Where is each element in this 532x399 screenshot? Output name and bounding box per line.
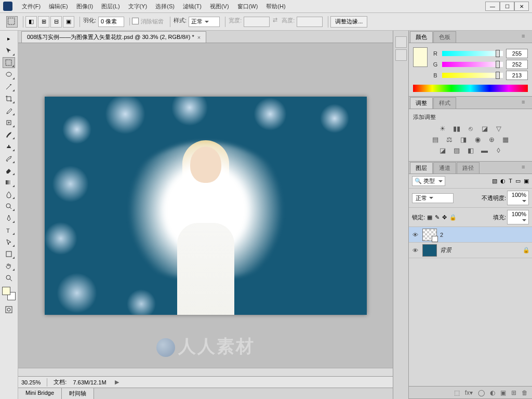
menu-item[interactable]: 图层(L) [97,1,124,12]
color-swatches[interactable] [2,287,16,300]
pen-tool[interactable] [3,212,15,223]
subtract-selection-button[interactable]: ⊟ [50,16,62,28]
status-menu-icon[interactable]: ▶ [115,379,119,385]
bottom-tab[interactable]: 时间轴 [62,388,94,399]
foreground-color-swatch[interactable] [2,287,10,295]
delete-layer-icon[interactable]: 🗑 [522,389,528,396]
zoom-tool[interactable] [3,272,15,283]
selective-color-icon[interactable]: ◊ [494,146,503,154]
menu-item[interactable]: 编辑(E) [45,1,72,12]
tab-paths[interactable]: 路径 [457,162,480,174]
color-slider[interactable] [442,62,503,67]
layer-fx-icon[interactable]: fx▾ [465,389,473,396]
lock-position-icon[interactable]: ✥ [442,214,447,221]
style-select[interactable]: 正常 [189,17,220,27]
eyedropper-tool[interactable] [3,105,15,116]
dodge-tool[interactable] [3,201,15,211]
gradient-tool[interactable] [3,177,15,188]
layer-thumbnail[interactable] [422,229,437,241]
menu-item[interactable]: 选择(S) [151,1,179,12]
lut-icon[interactable]: ▦ [501,135,510,143]
new-layer-icon[interactable]: ⊞ [511,389,516,396]
photo-filter-icon[interactable]: ◉ [473,135,482,143]
shape-tool[interactable] [3,248,15,259]
minimize-button[interactable]: — [485,2,500,11]
tab-styles[interactable]: 样式 [433,97,456,109]
filter-adjust-icon[interactable]: ◐ [500,178,506,184]
brush-tool[interactable] [3,129,15,140]
lock-pixels-icon[interactable]: ✎ [435,214,440,221]
close-tab-icon[interactable]: × [197,34,201,41]
filter-type-icon[interactable]: T [509,178,512,184]
tab-layers[interactable]: 图层 [410,162,433,174]
crop-tool[interactable] [3,93,15,104]
panel-menu-icon[interactable] [522,164,530,170]
hue-icon[interactable]: ▤ [431,135,440,143]
filter-smart-icon[interactable]: ▣ [524,178,529,184]
gradient-map-icon[interactable]: ▬ [480,146,489,154]
layer-mask-icon[interactable]: ◯ [478,389,485,396]
maximize-button[interactable]: ☐ [500,2,514,11]
link-layers-icon[interactable]: ⬚ [454,389,460,396]
healing-brush-tool[interactable] [3,117,15,128]
opacity-input[interactable]: 100% [507,191,529,205]
filter-pixel-icon[interactable]: ▧ [492,178,497,184]
brightness-icon[interactable]: ☀ [438,124,447,132]
menu-item[interactable]: 文字(Y) [124,1,152,12]
intersect-selection-button[interactable]: ▣ [63,16,74,28]
panel-menu-icon[interactable] [522,33,530,39]
tab-color[interactable]: 颜色 [410,31,433,43]
lock-transparency-icon[interactable]: ▦ [427,214,432,221]
magic-wand-tool[interactable] [3,81,15,92]
menu-item[interactable]: 视图(V) [206,1,233,12]
menu-item[interactable]: 图像(I) [72,1,97,12]
visibility-toggle[interactable] [411,246,419,255]
menu-item[interactable]: 窗口(W) [233,1,262,12]
layer-item[interactable]: 背景 🔒 [409,243,532,258]
tab-channels[interactable]: 通道 [433,162,456,174]
layer-filter-select[interactable]: 🔍 类型 [412,176,445,186]
tab-adjustments[interactable]: 调整 [410,97,433,109]
clone-stamp-tool[interactable] [3,141,15,152]
new-group-icon[interactable]: ▣ [500,389,506,396]
panel-menu-icon[interactable] [522,99,530,105]
color-value-input[interactable]: 255 [506,49,528,58]
canvas[interactable] [45,97,367,315]
blend-mode-select[interactable]: 正常 [412,193,454,203]
zoom-level[interactable]: 30.25% [21,379,41,385]
path-selection-tool[interactable] [3,236,15,247]
move-tool[interactable] [3,45,15,56]
document-tab[interactable]: 008练习实例——为图像置入矢量花纹.psd @ 30.3% (2, RGB/8… [21,31,206,43]
visibility-toggle[interactable] [411,231,419,239]
new-adjustment-icon[interactable]: ◐ [490,389,495,396]
menu-item[interactable]: 文件(F) [18,1,45,12]
color-slider[interactable] [442,73,503,78]
properties-panel-icon[interactable] [395,49,407,61]
marquee-tool[interactable] [3,57,15,68]
hand-tool[interactable] [3,260,15,271]
color-value-input[interactable]: 213 [506,71,528,80]
horizontal-scrollbar[interactable] [18,368,393,376]
blur-tool[interactable] [3,189,15,200]
current-color-swatch[interactable] [413,47,428,67]
posterize-icon[interactable]: ▨ [452,146,461,154]
quick-mask-button[interactable] [3,304,15,315]
refine-edge-button[interactable]: 调整边缘... [330,16,367,28]
type-tool[interactable]: T [3,224,15,235]
menu-item[interactable]: 帮助(H) [262,1,289,12]
color-spectrum[interactable] [413,85,528,92]
vibrance-icon[interactable]: ▽ [494,124,503,132]
balance-icon[interactable]: ⚖ [445,135,454,143]
lasso-tool[interactable] [3,69,15,80]
threshold-icon[interactable]: ◧ [466,146,475,154]
color-slider[interactable] [442,51,503,56]
curves-icon[interactable]: ⎋ [466,124,475,132]
eraser-tool[interactable] [3,165,15,176]
menu-item[interactable]: 滤镜(T) [179,1,206,12]
channel-mixer-icon[interactable]: ⊕ [487,135,496,143]
bw-icon[interactable]: ◨ [459,135,468,143]
color-value-input[interactable]: 252 [506,60,528,69]
close-button[interactable]: ✕ [514,2,529,11]
lock-all-icon[interactable]: 🔒 [449,214,457,221]
canvas-viewport[interactable]: 人人素材 [18,43,393,368]
